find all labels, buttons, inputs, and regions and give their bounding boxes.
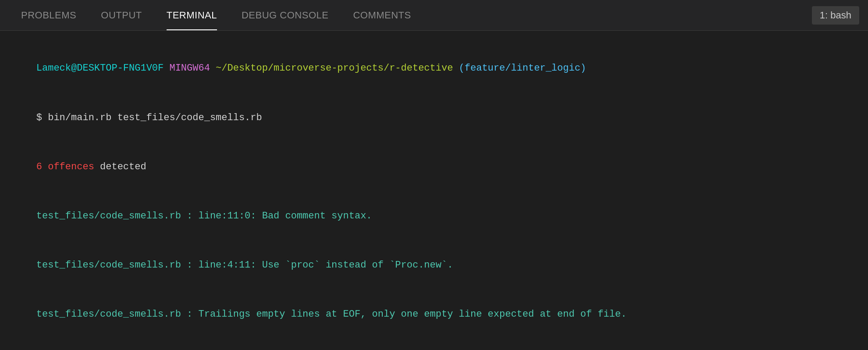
offences-suffix: detected: [94, 161, 146, 172]
error-line-1: test_files/code_smells.rb : line:11:0: B…: [13, 192, 855, 241]
offences-line: 6 offences detected: [13, 142, 855, 191]
path-1: ~/Desktop/microverse-projects/r-detectiv…: [216, 63, 453, 74]
prompt-line-1: Lameck@DESKTOP-FNG1V0F MINGW64 ~/Desktop…: [13, 44, 855, 93]
tab-comments[interactable]: COMMENTS: [341, 0, 423, 30]
command-line: $ bin/main.rb test_files/code_smells.rb: [13, 93, 855, 142]
tab-output[interactable]: OUTPUT: [89, 0, 154, 30]
user-host-1: Lameck@DESKTOP-FNG1V0F: [36, 63, 164, 74]
offences-label: offences: [42, 161, 94, 172]
error-line-3: test_files/code_smells.rb : Trailings em…: [13, 290, 855, 339]
tab-problems[interactable]: PROBLEMS: [9, 0, 89, 30]
offences-count: 6: [36, 161, 42, 172]
branch-1: (feature/linter_logic): [459, 63, 586, 74]
tab-bar: PROBLEMS OUTPUT TERMINAL DEBUG CONSOLE C…: [0, 0, 868, 31]
error-line-4: test_files/code_smells.rb : Leading empt…: [13, 339, 855, 350]
error-line-2: test_files/code_smells.rb : line:4:11: U…: [13, 241, 855, 290]
terminal-body: Lameck@DESKTOP-FNG1V0F MINGW64 ~/Desktop…: [0, 31, 868, 350]
tab-debug-console[interactable]: DEBUG CONSOLE: [229, 0, 341, 30]
shell-1: MINGW64: [169, 63, 210, 74]
tab-terminal[interactable]: TERMINAL: [154, 0, 229, 30]
terminal-instance-badge[interactable]: 1: bash: [812, 6, 859, 25]
